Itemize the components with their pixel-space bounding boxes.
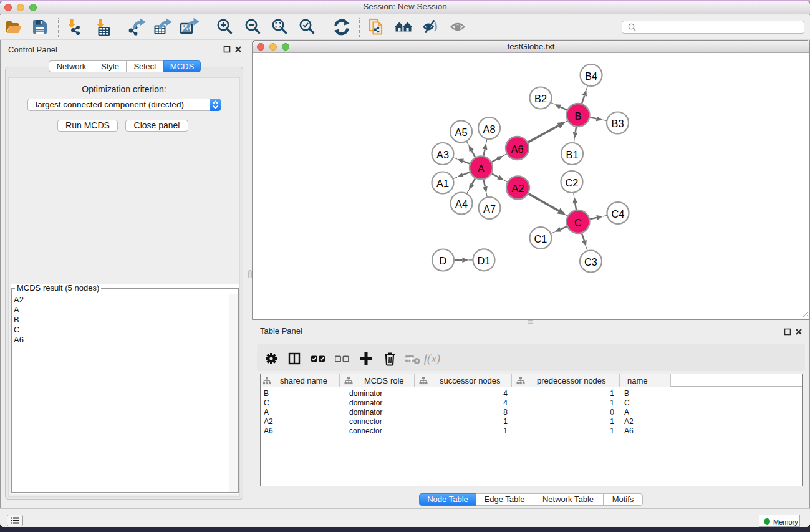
svg-text:B1: B1 <box>566 149 579 160</box>
svg-text:B2: B2 <box>534 93 547 104</box>
svg-text:B3: B3 <box>612 118 624 129</box>
svg-text:B4: B4 <box>585 70 597 82</box>
svg-text:A1: A1 <box>436 178 449 189</box>
svg-text:C2: C2 <box>566 177 579 188</box>
svg-text:A4: A4 <box>455 198 468 210</box>
svg-text:A2: A2 <box>512 183 524 194</box>
svg-text:C4: C4 <box>612 208 625 220</box>
svg-text:f(x): f(x) <box>424 352 440 365</box>
svg-text:A8: A8 <box>483 123 496 135</box>
svg-text:D1: D1 <box>478 255 491 266</box>
svg-text:A6: A6 <box>511 143 524 155</box>
svg-text:C3: C3 <box>584 256 597 268</box>
svg-text:A3: A3 <box>436 149 449 160</box>
svg-text:C1: C1 <box>534 233 547 244</box>
svg-text:A7: A7 <box>483 203 496 215</box>
svg-text:D: D <box>440 255 447 266</box>
svg-text:A: A <box>478 163 485 174</box>
svg-text:B: B <box>575 110 582 122</box>
svg-text:A5: A5 <box>455 127 468 138</box>
svg-text:C: C <box>574 217 582 228</box>
